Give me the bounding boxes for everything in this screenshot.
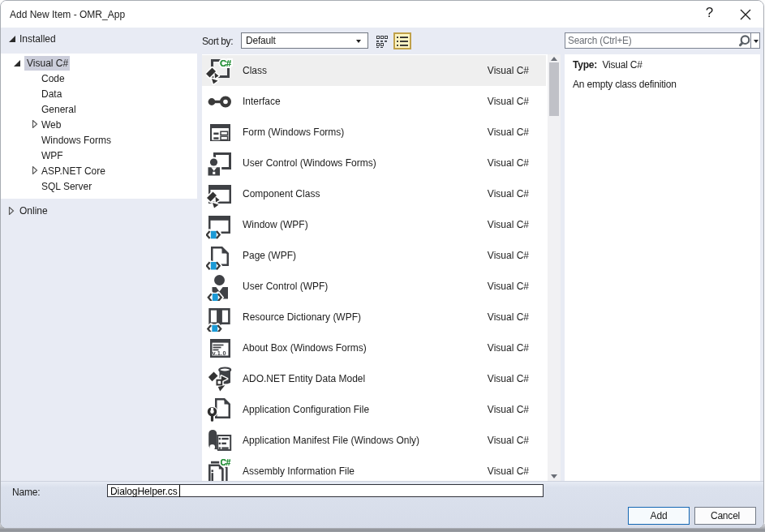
svg-text:C#: C# [221, 457, 231, 467]
svg-text:v.1.0: v.1.0 [213, 350, 226, 357]
svg-text:C#: C# [220, 58, 232, 68]
